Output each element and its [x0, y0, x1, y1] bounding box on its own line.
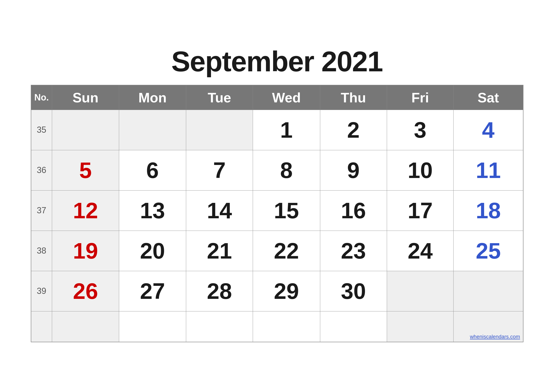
day-cell: 15	[253, 190, 320, 231]
header-sat: Sat	[454, 85, 523, 110]
day-cell: 27	[119, 271, 186, 311]
header-fri: Fri	[387, 85, 454, 110]
day-cell: 4	[454, 110, 523, 150]
day-cell: 20	[119, 231, 186, 271]
calendar-body: 3512343656789101137121314151617183819202…	[31, 110, 523, 342]
day-cell	[119, 110, 186, 150]
day-cell: 25	[454, 231, 523, 271]
day-cell: 5	[52, 150, 119, 190]
day-cell: 22	[253, 231, 320, 271]
day-cell: 28	[186, 271, 253, 311]
empty-week-num	[31, 311, 52, 342]
empty-day-cell	[186, 311, 253, 342]
day-cell: 16	[320, 190, 387, 231]
day-cell: 26	[52, 271, 119, 311]
day-cell: 24	[387, 231, 454, 271]
calendar-table: No. Sun Mon Tue Wed Thu Fri Sat 35123436…	[31, 85, 523, 343]
empty-row: wheniscalendars.com	[31, 311, 523, 342]
week-row: 3712131415161718	[31, 190, 523, 231]
empty-day-cell	[253, 311, 320, 342]
day-cell	[454, 271, 523, 311]
day-cell: 6	[119, 150, 186, 190]
week-number: 39	[31, 271, 52, 311]
week-number: 35	[31, 110, 52, 150]
day-cell: 14	[186, 190, 253, 231]
week-row: 3819202122232425	[31, 231, 523, 271]
day-cell: 11	[454, 150, 523, 190]
header-wed: Wed	[253, 85, 320, 110]
day-cell: 7	[186, 150, 253, 190]
week-number: 38	[31, 231, 52, 271]
header-sun: Sun	[52, 85, 119, 110]
header-row: No. Sun Mon Tue Wed Thu Fri Sat	[31, 85, 523, 110]
day-cell: 12	[52, 190, 119, 231]
day-cell: 10	[387, 150, 454, 190]
day-cell	[52, 110, 119, 150]
header-thu: Thu	[320, 85, 387, 110]
week-row: 36567891011	[31, 150, 523, 190]
empty-day-cell	[52, 311, 119, 342]
day-cell: 3	[387, 110, 454, 150]
day-cell: 19	[52, 231, 119, 271]
day-cell: 13	[119, 190, 186, 231]
day-cell	[387, 271, 454, 311]
week-row: 351234	[31, 110, 523, 150]
day-cell: 21	[186, 231, 253, 271]
header-tue: Tue	[186, 85, 253, 110]
day-cell: 2	[320, 110, 387, 150]
header-no: No.	[31, 85, 52, 110]
empty-day-cell	[119, 311, 186, 342]
week-number: 36	[31, 150, 52, 190]
week-row: 392627282930	[31, 271, 523, 311]
watermark-link: wheniscalendars.com	[470, 334, 520, 340]
day-cell: 18	[454, 190, 523, 231]
empty-day-cell	[387, 311, 454, 342]
header-mon: Mon	[119, 85, 186, 110]
watermark-cell: wheniscalendars.com	[454, 311, 523, 342]
calendar-title: September 2021	[31, 45, 523, 78]
day-cell: 9	[320, 150, 387, 190]
day-cell: 1	[253, 110, 320, 150]
calendar-container: September 2021 No. Sun Mon Tue Wed Thu F…	[17, 35, 538, 357]
day-cell: 17	[387, 190, 454, 231]
day-cell: 30	[320, 271, 387, 311]
week-number: 37	[31, 190, 52, 231]
empty-day-cell	[320, 311, 387, 342]
day-cell	[186, 110, 253, 150]
day-cell: 29	[253, 271, 320, 311]
day-cell: 8	[253, 150, 320, 190]
day-cell: 23	[320, 231, 387, 271]
